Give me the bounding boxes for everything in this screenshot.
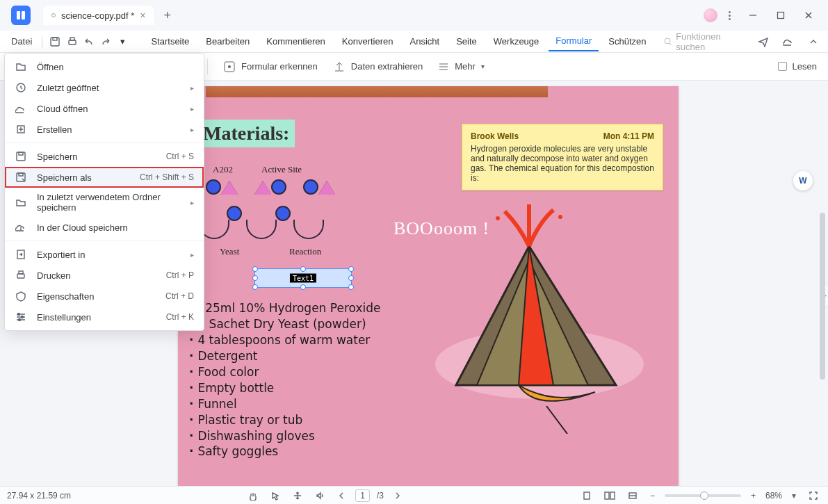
next-page-icon[interactable] [391,491,405,500]
vertical-scrollbar[interactable] [820,213,825,380]
menu-item-label: In zuletzt verwendetem Ordner speichern [37,192,181,213]
menu-item-open[interactable]: Öffnen [5,56,204,77]
menu-item-shortcut: Ctrl + P [166,270,194,280]
menu-item-recent[interactable]: Zuletzt geöffnet▸ [5,77,204,98]
menu-item-export[interactable]: Exportiert in▸ [5,244,204,265]
hand-tool-icon[interactable] [245,491,261,501]
menu-item-save[interactable]: SpeichernCtrl + S [5,146,204,167]
page-input[interactable]: 1 [355,489,370,502]
scroll-tool-icon[interactable] [290,491,305,501]
recognize-form-button[interactable]: Formular erkennen [223,60,318,73]
menu-item-label: Eigenschaften [37,291,156,302]
new-tab-button[interactable]: + [163,8,171,23]
print-icon[interactable] [65,34,79,49]
svg-rect-6 [51,38,59,46]
menu-item-props[interactable]: EigenschaftenCtrl + D [5,286,204,307]
file-menu-dropdown: ÖffnenZuletzt geöffnet▸Cloud öffnen▸Erst… [4,53,204,331]
recent-icon [15,81,27,94]
tab-bearbeiten[interactable]: Bearbeiten [199,32,257,51]
list-item: Safty goggles [189,444,400,460]
save-icon [15,150,27,163]
minimize-button[interactable] [739,5,767,26]
tab-title: science-copy.pdf * [61,10,134,21]
export-icon [15,248,27,261]
saveas-icon [15,171,27,184]
select-tool-icon[interactable] [268,491,283,501]
tab-kommentieren[interactable]: Kommentieren [259,32,332,51]
more-button[interactable]: Mehr ▾ [438,61,485,72]
chevron-right-icon: ▸ [190,251,194,259]
svg-point-35 [496,216,500,220]
extract-data-button[interactable]: Daten extrahieren [333,60,423,73]
chevron-down-icon: ▾ [481,63,485,70]
cloud-sync-icon[interactable] [781,34,796,49]
svg-rect-42 [19,152,23,155]
collapse-ribbon-icon[interactable] [806,34,821,49]
quick-access-dropdown-icon[interactable]: ▾ [115,34,129,49]
menu-item-shortcut: Ctrl + D [165,291,194,301]
overflow-menu-icon[interactable] [720,11,739,20]
menu-item-shortcut: Ctrl + S [166,152,194,161]
prev-page-icon[interactable] [334,491,348,500]
fit-width-icon[interactable] [625,491,640,501]
user-avatar[interactable] [704,8,717,22]
svg-line-11 [669,43,672,46]
diagram-label-active: Active Site [261,164,302,175]
comment-time: Mon 4:11 PM [603,131,654,141]
maximize-button[interactable] [767,5,795,26]
zoom-out-icon[interactable]: − [647,491,658,501]
menu-item-saveas[interactable]: Speichern alsCtrl + Shift + S [5,167,204,188]
menu-item-shortcut: Ctrl + K [166,312,194,322]
svg-rect-0 [17,11,20,19]
tab-ansicht[interactable]: Ansicht [403,32,447,51]
fullscreen-icon[interactable] [806,491,821,501]
diagram-label-code: A202 [213,164,233,175]
tab-seite[interactable]: Seite [449,32,484,51]
svg-rect-51 [584,492,590,499]
tab-startseite[interactable]: Startseite [144,32,196,51]
svg-rect-47 [19,271,23,274]
menu-item-folder[interactable]: In zuletzt verwendetem Ordner speichern▸ [5,188,204,217]
read-mode-toggle[interactable]: Lesen [778,61,817,72]
menu-item-cloudsave[interactable]: In der Cloud speichern [5,217,204,238]
function-search[interactable]: Funktionen suchen [663,31,747,52]
chevron-right-icon: ▸ [190,199,194,206]
tab-formular[interactable]: Formular [549,31,599,51]
comment-sticky-note[interactable]: Brook Wells Mon 4:11 PM Hydrogen peroxid… [462,124,663,190]
word-export-badge-icon[interactable]: W [793,171,813,190]
menu-item-print[interactable]: DruckenCtrl + P [5,265,204,286]
read-aloud-icon[interactable] [312,491,327,501]
zoom-dropdown-icon[interactable]: ▾ [789,491,799,501]
page-total: /3 [377,491,384,501]
undo-icon[interactable] [82,34,96,49]
document-tab[interactable]: science-copy.pdf * × [43,6,154,25]
redo-icon[interactable] [99,34,113,49]
list-item: Detergent [189,348,400,364]
checkbox-icon [778,62,787,71]
svg-point-49 [22,316,24,318]
two-page-view-icon[interactable] [601,491,618,501]
menu-item-settings[interactable]: EinstellungenCtrl + K [5,307,204,327]
menu-item-label: Erstellen [37,124,181,135]
single-page-view-icon[interactable] [579,491,594,501]
cloudsave-icon [15,221,27,234]
zoom-slider[interactable] [665,494,741,497]
tab-konvertieren[interactable]: Konvertieren [335,32,400,51]
close-window-button[interactable] [795,5,822,26]
zoom-in-icon[interactable]: + [748,491,758,501]
form-text-field[interactable]: Text1 [254,268,352,288]
extract-data-label: Daten extrahieren [351,61,423,72]
tab-schuetzen[interactable]: Schützen [601,32,653,51]
cloud-icon [15,102,27,115]
menu-item-new[interactable]: Erstellen▸ [5,119,204,140]
svg-rect-41 [17,152,25,161]
save-icon[interactable] [48,34,62,49]
file-menu-button[interactable]: Datei [7,36,36,47]
svg-rect-52 [605,492,609,499]
share-icon[interactable] [756,34,771,49]
menu-item-label: In der Cloud speichern [37,222,194,233]
menu-item-cloud[interactable]: Cloud öffnen▸ [5,98,204,119]
close-tab-icon[interactable]: × [140,10,145,21]
tab-werkzeuge[interactable]: Werkzeuge [487,32,546,51]
svg-rect-44 [19,173,23,176]
